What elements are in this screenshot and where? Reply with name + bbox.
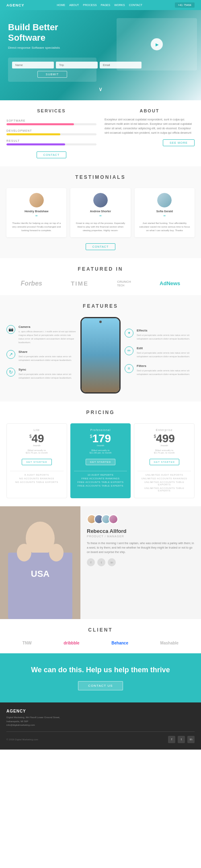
client-mashable: Mashable (160, 641, 179, 645)
testimonial-name-3: Sofia Gerald (138, 210, 191, 213)
testimonials-contact-button[interactable]: CONTACT (86, 243, 115, 250)
service-development: DEVELOPMENT (6, 129, 96, 135)
testimonial-card-1: Hendry Bradshaw " Thanks Herrific for he… (6, 188, 66, 237)
hero-subtitle: Direct response Software specialists (8, 46, 96, 50)
testimonial-avatars (87, 514, 195, 524)
testimonial-large-body: To these in the morning I sent the capta… (87, 541, 195, 555)
header: AGENCY HOME ABOUT PROCESS PAGES WORKS CO… (0, 0, 201, 10)
facebook-icon[interactable]: f (87, 558, 95, 566)
pricing-lite-billing: Billed annually to$23.75 per, to month (10, 449, 64, 454)
feature-edit-content: Edit Sed ut perspiciatis unde omnis iste… (137, 346, 195, 358)
nav-process[interactable]: PROCESS (83, 4, 96, 6)
header-phone[interactable]: +41 75464 (175, 2, 195, 8)
service-result: RESULT (6, 139, 96, 145)
pricing-ent-amount: 499 (156, 432, 175, 445)
adnews-logo: AdNews (160, 280, 180, 286)
avatar-1 (29, 193, 44, 207)
see-more-button[interactable]: SEE MORE (163, 139, 195, 146)
testimonials-title: TESTIMONIALS (6, 174, 195, 180)
service-development-label: DEVELOPMENT (6, 129, 96, 132)
nav-works[interactable]: WORKS (114, 4, 125, 6)
quote-3: " (138, 214, 191, 220)
hero-form: SUBMIT (8, 58, 96, 82)
services-section: SERVICES SOFTWARE DEVELOPMENT RESULT CON… (6, 108, 96, 158)
footer-facebook-icon[interactable]: f (168, 736, 175, 743)
feature-sync-desc: Sed ut perspiciatis unde omnis iste natu… (18, 373, 76, 380)
twitter-icon[interactable]: t (97, 558, 105, 566)
featured-section: FEATURED IN Forbes TIME CRUNCHTECH AdNew… (0, 258, 201, 295)
feature-edit: ✏ Edit Sed ut perspiciatis unde omnis is… (125, 346, 195, 358)
filters-icon: ≡ (125, 364, 133, 373)
hero-content: Build Better Software Direct response So… (8, 22, 96, 82)
service-result-label: RESULT (6, 139, 96, 142)
pricing-pro-f4: FREE ACCOUNTS TABLE EXPERTS (74, 485, 127, 487)
pricing-pro-f2: FREE ACCOUNTS RANKINGS (74, 477, 127, 480)
pricing-section: PRICING Lite $49 /month Billed annually … (0, 402, 201, 506)
feature-effects-content: Effects Sed ut perspiciatis unde omnis i… (137, 329, 195, 341)
services-about-section: SERVICES SOFTWARE DEVELOPMENT RESULT CON… (0, 100, 201, 166)
about-title: ABOUT (105, 108, 195, 113)
quote-2: " (74, 214, 127, 220)
pricing-ent-period: /month (137, 444, 191, 447)
hero-name-input[interactable] (12, 62, 54, 68)
services-contact-button[interactable]: CONTACT (37, 151, 66, 158)
footer-top: AGENCY Digital Marketing, 9th Floorll Lo… (6, 709, 195, 727)
quote-1: " (10, 214, 63, 220)
pricing-ent-f1: UNLIMITED AUDIT REPORTS (137, 474, 191, 476)
nav-about[interactable]: ABOUT (69, 4, 79, 6)
pricing-lite-f2: NO ACCOUNTS RANKINGS (10, 477, 64, 480)
edit-icon: ✏ (125, 346, 133, 355)
footer-twitter-icon[interactable]: t (178, 736, 185, 743)
hero-submit-button[interactable]: SUBMIT (37, 71, 67, 78)
pricing-pro-billing: Billed annually to$11.96 per, to month (74, 449, 127, 454)
pricing-lite-cta[interactable]: GET STARTED (22, 459, 51, 465)
crunch-logo: CRUNCHTECH (117, 280, 131, 287)
pricing-lite-period: /month (10, 444, 64, 447)
pricing-ent-f2: UNLIMITED ACCOUNTS RANKINGS (137, 477, 191, 480)
feature-share: ↗ Share Sed ut perspiciatis unde omnis i… (6, 350, 76, 362)
feature-filters: ≡ Filters Sed ut perspiciatis unde omnis… (125, 364, 195, 376)
featured-logos: Forbes TIME CRUNCHTECH AdNews (6, 280, 195, 287)
hero-section: Build Better Software Direct response So… (0, 10, 201, 100)
pricing-pro-amount: 179 (92, 432, 111, 445)
feature-camera-content: Camera u. quis officia deserunt i. t mol… (18, 325, 76, 344)
linkedin-icon[interactable]: in (108, 558, 116, 566)
nav-contact[interactable]: CONTACT (129, 4, 142, 6)
sync-icon: ↻ (6, 368, 15, 377)
service-development-fill (6, 133, 60, 135)
social-icons: f t in (87, 558, 195, 566)
phone-screen (82, 318, 119, 392)
header-nav: HOME ABOUT PROCESS PAGES WORKS CONTACT (57, 4, 142, 6)
testimonials-contact-wrapper: CONTACT (6, 243, 195, 250)
client-tnw: TNW (23, 641, 32, 645)
pricing-lite-price: $49 (10, 433, 64, 444)
pricing-professional: Professional $179 /month Billed annually… (70, 423, 131, 498)
hero-image (117, 18, 197, 70)
hero-arrow: ∨ (8, 86, 193, 92)
footer: AGENCY Digital Marketing, 9th Floorll Lo… (0, 702, 201, 750)
features-section: FEATURES 📷 Camera u. quis officia deseru… (0, 295, 201, 402)
testimonial-name-1: Hendry Bradshaw (10, 210, 63, 213)
hero-trip-input[interactable] (56, 62, 98, 68)
pricing-pro-period: /month (74, 444, 127, 447)
pricing-enterprise: Enterprise $499 /month Billed annually t… (134, 423, 195, 498)
pricing-ent-cta[interactable]: GET STARTED (150, 459, 179, 465)
footer-bottom: © 2019 Digital Marketing.com f t in (6, 736, 195, 743)
pricing-lite: Lite $49 /month Billed annually to$23.75… (6, 423, 67, 498)
footer-linkedin-icon[interactable]: in (187, 736, 195, 743)
footer-social: f t in (168, 736, 195, 743)
feature-filters-name: Filters (137, 364, 195, 368)
pricing-pro-tier: Professional (74, 429, 127, 431)
about-section: ABOUT Excepteur sint occaecat cupidatat … (105, 108, 195, 158)
pricing-ent-f3: UNLIMITED ACCOUNTS TABLE EXPORTS (137, 481, 191, 486)
play-button[interactable] (151, 38, 163, 50)
pricing-title: PRICING (6, 410, 195, 415)
nav-pages[interactable]: PAGES (101, 4, 111, 6)
features-layout: 📷 Camera u. quis officia deserunt i. t m… (6, 317, 195, 394)
pricing-pro-cta[interactable]: GET STARTED (86, 459, 115, 465)
nav-home[interactable]: HOME (57, 4, 65, 6)
pricing-ent-price: $499 (137, 433, 191, 444)
cta-button[interactable]: CONTACT US (78, 681, 123, 690)
feature-edit-desc: Sed ut perspiciatis unde omnis iste natu… (137, 351, 195, 358)
feature-sync-name: Sync (18, 368, 76, 371)
